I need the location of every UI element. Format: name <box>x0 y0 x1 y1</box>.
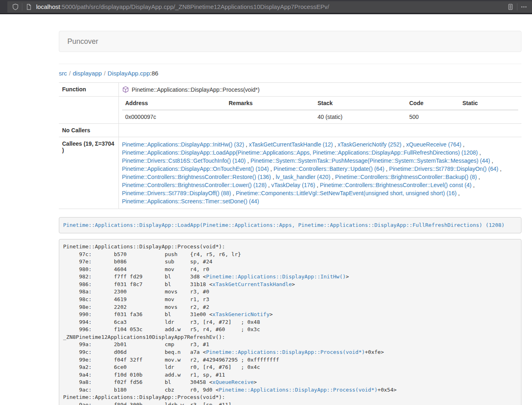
page-content: Puncover src/displayapp/DisplayApp.cpp:8… <box>0 14 532 405</box>
url-path: :5000/path/src/displayapp/DisplayApp.cpp… <box>60 3 329 10</box>
callee-link[interactable]: lv_task_handler (420) <box>276 174 330 180</box>
breadcrumb-displayapp[interactable]: displayapp <box>73 70 102 77</box>
address-value: 0x0000097c <box>122 110 226 123</box>
callee-link[interactable]: Pinetime::Applications::DisplayApp::OnTo… <box>122 166 269 172</box>
current-symbol-box: Pinetime::Applications::DisplayApp::Load… <box>59 217 521 233</box>
reader-mode-icon[interactable] <box>506 2 515 12</box>
symbol-cube-icon <box>122 86 129 93</box>
function-stats-table: Address Remarks Stack Code Static 0x0000… <box>122 97 519 123</box>
column-header-static: Static <box>459 97 519 110</box>
app-brand[interactable]: Puncover <box>67 37 98 46</box>
callee-link[interactable]: Pinetime::Applications::DisplayApp::Init… <box>122 141 244 148</box>
breadcrumb-file[interactable]: DisplayApp.cpp <box>108 70 150 77</box>
asm-symbol-link[interactable]: Pinetime::Applications::DisplayApp::Proc… <box>219 387 377 393</box>
column-header-stack: Stack <box>314 97 406 110</box>
callee-link[interactable]: Pinetime::System::SystemTask::PushMessag… <box>250 157 490 164</box>
code-value: 500 <box>406 110 459 123</box>
no-callers-row: No Callers <box>59 124 521 137</box>
column-header-address: Address <box>122 97 226 110</box>
app-navbar: Puncover <box>59 31 521 52</box>
function-label: Function <box>59 83 118 97</box>
callee-link[interactable]: Pinetime::Controllers::Battery::Update()… <box>274 166 384 172</box>
column-header-remarks: Remarks <box>226 97 314 110</box>
loadapp-symbol-link[interactable]: Pinetime::Applications::DisplayApp::Load… <box>63 222 505 228</box>
breadcrumb-src[interactable]: src <box>59 70 67 77</box>
breadcrumb-line-number: :86 <box>150 70 158 77</box>
callee-link[interactable]: Pinetime::Controllers::BrightnessControl… <box>122 182 267 188</box>
function-details-row: Address Remarks Stack Code Static 0x0000… <box>59 97 521 124</box>
no-callers-label: No Callers <box>59 124 118 137</box>
assembly-code: Pinetime::Applications::DisplayApp::Proc… <box>59 239 521 405</box>
callee-link[interactable]: vTaskDelay (176) <box>271 182 315 188</box>
breadcrumb-separator: / <box>104 70 106 77</box>
url-host: localhost <box>36 3 60 10</box>
url-text[interactable]: localhost:5000/path/src/displayapp/Displ… <box>36 3 506 10</box>
callees-row: Callees (19, Σ=3704 ) Pinetime::Applicat… <box>59 137 521 209</box>
table-row: 0x0000097c 40 (static) 500 <box>122 110 519 123</box>
asm-symbol-link[interactable]: xTaskGenericNotify <box>212 311 269 317</box>
callee-link[interactable]: Pinetime::Drivers::St7789::DisplayOff() … <box>122 190 231 196</box>
callee-link[interactable]: xQueueReceive (764) <box>406 141 461 148</box>
page-actions-menu-icon[interactable] <box>519 2 529 12</box>
asm-symbol-link[interactable]: xTaskGetCurrentTaskHandle <box>212 281 292 287</box>
asm-symbol-link[interactable]: Pinetime::Applications::DisplayApp::Proc… <box>206 349 365 355</box>
callee-link[interactable]: Pinetime::Controllers::BrightnessControl… <box>320 182 471 188</box>
callees-label: Callees (19, Σ=3704 ) <box>59 137 118 209</box>
callees-list: Pinetime::Applications::DisplayApp::Init… <box>118 137 521 209</box>
shield-icon[interactable] <box>11 2 20 12</box>
static-value <box>459 110 519 123</box>
callee-link[interactable]: xTaskGetCurrentTaskHandle (12) <box>249 141 333 148</box>
browser-toolbar: localhost:5000/path/src/displayapp/Displ… <box>0 0 532 14</box>
divider-line <box>59 64 521 64</box>
callee-link[interactable]: Pinetime::Controllers::BrightnessControl… <box>122 174 271 180</box>
remarks-value <box>226 110 314 123</box>
asm-symbol-link[interactable]: xQueueReceive <box>212 379 254 385</box>
breadcrumb: src/displayapp/DisplayApp.cpp:86 <box>59 70 521 77</box>
urlbar-divider <box>22 3 22 11</box>
callee-link[interactable]: Pinetime::Drivers::St7789::DisplayOn() (… <box>389 166 498 172</box>
page-info-icon[interactable] <box>24 2 34 12</box>
column-header-code: Code <box>406 97 459 110</box>
callee-link[interactable]: xTaskGenericNotify (252) <box>338 141 401 148</box>
callee-link[interactable]: Pinetime::Drivers::Cst816S::GetTouchInfo… <box>122 157 246 164</box>
urlbar-divider <box>517 3 517 11</box>
callee-link[interactable]: Pinetime::Applications::DisplayApp::Load… <box>122 149 478 156</box>
callee-link[interactable]: Pinetime::Applications::Screens::Timer::… <box>122 198 259 205</box>
stack-value: 40 (static) <box>314 110 406 123</box>
function-name: Pinetime::Applications::DisplayApp::Proc… <box>132 86 260 93</box>
callee-link[interactable]: Pinetime::Components::LittleVgl::SetNewT… <box>236 190 457 196</box>
url-bar[interactable]: localhost:5000/path/src/displayapp/Displ… <box>7 1 532 13</box>
breadcrumb-separator: / <box>69 70 71 77</box>
function-row: Function Pinetime::Applications::Display… <box>59 83 521 97</box>
asm-symbol-link[interactable]: Pinetime::Applications::DisplayApp::Init… <box>206 274 346 280</box>
function-table: Function Pinetime::Applications::Display… <box>59 82 521 209</box>
callee-link[interactable]: Pinetime::Controllers::BrightnessControl… <box>335 174 477 180</box>
